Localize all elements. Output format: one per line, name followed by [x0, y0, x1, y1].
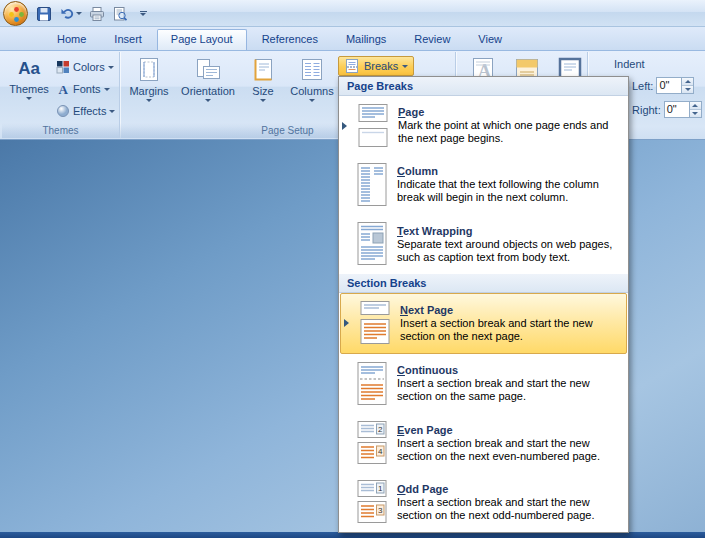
spinner-up-button[interactable] — [682, 78, 693, 85]
menu-item-description: Separate text around objects on web page… — [397, 238, 620, 264]
themes-button[interactable]: Aa Themes — [6, 54, 52, 100]
even-page-break-icon: 2 4 — [353, 420, 391, 466]
next-page-break-icon — [356, 300, 394, 346]
chevron-down-icon — [260, 99, 266, 102]
orientation-label: Orientation — [181, 85, 235, 97]
indent-left-value[interactable]: 0" — [657, 78, 681, 93]
menu-item-next-page[interactable]: Next Page Insert a section break and sta… — [340, 293, 627, 354]
indent-label: Indent — [588, 52, 705, 70]
tab-view[interactable]: View — [465, 30, 515, 50]
margins-button[interactable]: Margins — [126, 54, 172, 102]
columns-label: Columns — [290, 85, 333, 97]
save-icon — [36, 6, 52, 22]
indent-right-value[interactable]: 0" — [665, 102, 689, 117]
menu-item-continuous[interactable]: Continuous Insert a section break and st… — [339, 354, 628, 413]
menu-item-description: Insert a section break and start the new… — [400, 317, 618, 343]
tab-references[interactable]: References — [249, 30, 331, 50]
spinner-up-icon — [685, 80, 691, 83]
save-button[interactable] — [34, 4, 54, 24]
breaks-menu: Page Breaks Page Mark the point at which… — [338, 76, 629, 533]
menu-item-description: Mark the point at which one page ends an… — [398, 119, 620, 145]
theme-fonts-icon: A — [56, 82, 70, 96]
menu-item-title: Page — [398, 106, 620, 118]
spinner-down-icon — [685, 88, 691, 91]
themes-button-label: Themes — [9, 83, 49, 95]
menu-item-even-page[interactable]: 2 4 Even Page Insert a section break and… — [339, 413, 628, 472]
orientation-button[interactable]: Orientation — [176, 54, 240, 102]
menu-item-title: Text Wrapping — [397, 225, 620, 237]
print-preview-button[interactable] — [110, 4, 130, 24]
themes-group: Aa Themes Colors A Fonts — [2, 52, 120, 138]
size-label: Size — [252, 85, 273, 97]
print-preview-icon — [112, 6, 128, 22]
menu-item-odd-page[interactable]: 1 3 Odd Page Insert a section break and … — [339, 473, 628, 532]
spinner-up-button[interactable] — [690, 102, 701, 109]
office-button[interactable] — [3, 1, 28, 26]
svg-text:3: 3 — [378, 506, 383, 515]
theme-colors-label: Colors — [73, 61, 105, 73]
breaks-icon — [344, 58, 360, 74]
column-break-icon — [353, 162, 391, 208]
office-flower-icon — [8, 6, 25, 23]
menu-item-title: Next Page — [400, 304, 618, 316]
themes-options: Colors A Fonts Effects — [56, 58, 118, 120]
tab-home[interactable]: Home — [44, 30, 99, 50]
size-button[interactable]: Size — [244, 54, 282, 102]
theme-colors-button[interactable]: Colors — [56, 58, 118, 76]
text-wrapping-break-icon — [353, 221, 391, 267]
chevron-down-icon — [309, 99, 315, 102]
quick-print-button[interactable] — [87, 4, 107, 24]
customize-qat-button[interactable] — [133, 4, 153, 24]
tab-insert[interactable]: Insert — [101, 30, 155, 50]
menu-item-text-wrapping[interactable]: Text Wrapping Separate text around objec… — [339, 215, 628, 274]
menu-item-description: Insert a section break and start the new… — [397, 437, 620, 463]
svg-text:A: A — [59, 82, 69, 96]
orientation-icon — [195, 57, 221, 83]
spinner-up-icon — [692, 104, 698, 107]
chevron-down-icon — [205, 99, 211, 102]
svg-text:2: 2 — [378, 425, 383, 434]
theme-effects-label: Effects — [73, 105, 106, 117]
columns-button[interactable]: Columns — [286, 54, 338, 102]
menu-item-title: Column — [397, 165, 620, 177]
item-marker-icon — [344, 319, 349, 327]
indent-left-spinner[interactable]: 0" — [656, 77, 694, 94]
chevron-down-icon — [104, 88, 110, 91]
undo-button[interactable] — [57, 4, 84, 24]
tab-review[interactable]: Review — [401, 30, 463, 50]
menu-item-title: Odd Page — [397, 483, 620, 495]
margins-label: Margins — [129, 85, 168, 97]
item-marker-icon — [342, 122, 347, 130]
indent-right-spinner[interactable]: 0" — [664, 101, 702, 118]
theme-effects-icon — [56, 104, 70, 118]
themes-group-label: Themes — [2, 123, 119, 138]
page-break-icon — [354, 103, 392, 149]
indent-left-label: Left: — [632, 80, 653, 92]
svg-text:1: 1 — [378, 484, 383, 493]
word-window: { "titlebar": { "icons": ["office-button… — [0, 0, 705, 538]
spinner-down-icon — [692, 112, 698, 115]
columns-icon — [299, 57, 325, 83]
theme-effects-button[interactable]: Effects — [56, 102, 118, 120]
title-bar — [0, 0, 705, 27]
spinner-down-button[interactable] — [682, 85, 693, 93]
quick-print-icon — [89, 6, 105, 22]
menu-section-header: Section Breaks — [339, 274, 628, 293]
indent-left-row: Left: 0" — [632, 77, 705, 94]
odd-page-break-icon: 1 3 — [353, 479, 391, 525]
continuous-break-icon — [353, 361, 391, 407]
breaks-button-label: Breaks — [364, 60, 398, 72]
menu-item-description: Indicate that the text following the col… — [397, 178, 620, 204]
menu-item-column[interactable]: Column Indicate that the text following … — [339, 155, 628, 214]
menu-section-header: Page Breaks — [339, 77, 628, 96]
spinner-down-button[interactable] — [690, 109, 701, 117]
theme-fonts-button[interactable]: A Fonts — [56, 80, 118, 98]
size-icon — [250, 57, 276, 83]
tab-page-layout[interactable]: Page Layout — [157, 29, 247, 50]
chevron-down-icon — [109, 110, 115, 113]
tab-mailings[interactable]: Mailings — [333, 30, 399, 50]
breaks-button[interactable]: Breaks — [338, 56, 414, 76]
svg-text:4: 4 — [378, 447, 383, 456]
ribbon-tab-bar: Home Insert Page Layout References Maili… — [0, 27, 705, 50]
menu-item-page[interactable]: Page Mark the point at which one page en… — [339, 96, 628, 155]
